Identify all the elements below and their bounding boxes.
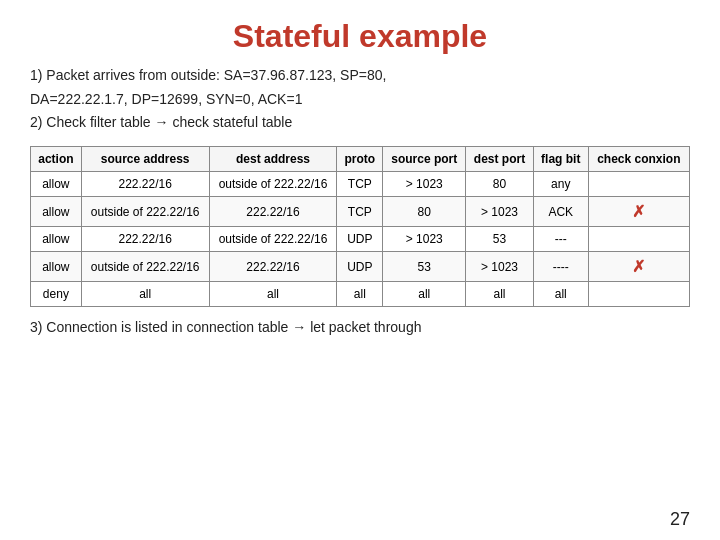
cell-dest_port: 80	[466, 172, 534, 197]
cell-source_port: 53	[383, 252, 466, 282]
col-header-check-conxion: check conxion	[588, 147, 689, 172]
cell-action: allow	[31, 172, 82, 197]
cell-dest_address: 222.22/16	[209, 197, 337, 227]
cell-source_address: 222.22/16	[81, 227, 209, 252]
cell-source_port: > 1023	[383, 172, 466, 197]
cell-proto: all	[337, 282, 383, 307]
cell-dest_address: all	[209, 282, 337, 307]
cell-source_address: all	[81, 282, 209, 307]
col-header-source-address: source address	[81, 147, 209, 172]
cell-proto: TCP	[337, 197, 383, 227]
cell-action: deny	[31, 282, 82, 307]
footer-text: 3) Connection is listed in connection ta…	[30, 319, 690, 335]
cell-source_address: 222.22/16	[81, 172, 209, 197]
cell-dest_port: > 1023	[466, 197, 534, 227]
cell-dest_address: outside of 222.22/16	[209, 227, 337, 252]
cell-source_port: all	[383, 282, 466, 307]
cell-action: allow	[31, 197, 82, 227]
x-mark-icon: ✗	[632, 258, 645, 275]
cell-flag_bit: any	[533, 172, 588, 197]
cell-dest_port: > 1023	[466, 252, 534, 282]
point-1b: DA=222.22.1.7, DP=12699, SYN=0, ACK=1	[30, 89, 690, 111]
cell-dest_address: outside of 222.22/16	[209, 172, 337, 197]
cell-action: allow	[31, 227, 82, 252]
cell-flag_bit: ----	[533, 252, 588, 282]
page-number: 27	[670, 509, 690, 530]
cell-source_port: > 1023	[383, 227, 466, 252]
cell-check_conxion	[588, 282, 689, 307]
table-row: denyallallallallallall	[31, 282, 690, 307]
cell-source_address: outside of 222.22/16	[81, 252, 209, 282]
col-header-flag-bit: flag bit	[533, 147, 588, 172]
cell-dest_port: 53	[466, 227, 534, 252]
col-header-dest-port: dest port	[466, 147, 534, 172]
cell-check_conxion: ✗	[588, 197, 689, 227]
page-title: Stateful example	[30, 18, 690, 55]
point-1a: 1) Packet arrives from outside: SA=37.96…	[30, 65, 690, 87]
cell-flag_bit: ACK	[533, 197, 588, 227]
filter-table: action source address dest address proto…	[30, 146, 690, 307]
col-header-source-port: source port	[383, 147, 466, 172]
cell-check_conxion: ✗	[588, 252, 689, 282]
cell-flag_bit: ---	[533, 227, 588, 252]
col-header-dest-address: dest address	[209, 147, 337, 172]
cell-flag_bit: all	[533, 282, 588, 307]
x-mark-icon: ✗	[632, 203, 645, 220]
table-row: allow222.22/16outside of 222.22/16TCP> 1…	[31, 172, 690, 197]
cell-source_port: 80	[383, 197, 466, 227]
cell-proto: UDP	[337, 252, 383, 282]
cell-source_address: outside of 222.22/16	[81, 197, 209, 227]
table-row: allow222.22/16outside of 222.22/16UDP> 1…	[31, 227, 690, 252]
cell-dest_port: all	[466, 282, 534, 307]
col-header-action: action	[31, 147, 82, 172]
cell-check_conxion	[588, 227, 689, 252]
bullet-points: 1) Packet arrives from outside: SA=37.96…	[30, 65, 690, 136]
point-2: 2) Check filter table → check stateful t…	[30, 112, 690, 134]
cell-dest_address: 222.22/16	[209, 252, 337, 282]
cell-action: allow	[31, 252, 82, 282]
col-header-proto: proto	[337, 147, 383, 172]
cell-proto: UDP	[337, 227, 383, 252]
table-row: allowoutside of 222.22/16222.22/16TCP80>…	[31, 197, 690, 227]
cell-check_conxion	[588, 172, 689, 197]
table-row: allowoutside of 222.22/16222.22/16UDP53>…	[31, 252, 690, 282]
cell-proto: TCP	[337, 172, 383, 197]
